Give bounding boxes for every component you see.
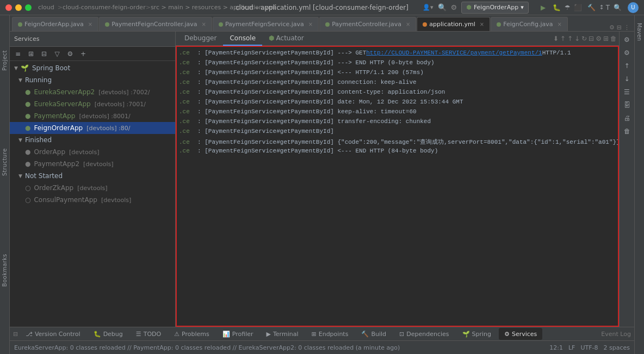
- rstrip-print-btn[interactable]: 🖨: [621, 112, 633, 124]
- run-button[interactable]: ▶: [537, 2, 549, 14]
- log-link-1[interactable]: http://CLOUD-PAYMENT-SERVICE/payment/get…: [366, 50, 542, 56]
- console-scroll-up-btn[interactable]: ↑: [567, 35, 573, 42]
- module-label[interactable]: cloud-consumer-feign-order: [63, 4, 146, 11]
- tree-orderzk[interactable]: ○ OrderZkApp [devtools]: [10, 182, 175, 194]
- status-encoding[interactable]: UTF-8: [580, 344, 598, 351]
- btm-tab-build[interactable]: 🔨 Build: [356, 328, 392, 340]
- tab-feignorderapp[interactable]: FeignOrderApp.java ×: [12, 17, 98, 31]
- log-tag-1: .ce: [179, 50, 194, 56]
- console-settings-btn[interactable]: ⚙: [596, 35, 602, 42]
- btm-tab-debug[interactable]: 🐛 Debug: [88, 328, 128, 340]
- bookmarks-strip-label[interactable]: Bookmarks: [2, 252, 8, 289]
- structure-strip-label[interactable]: Structure: [2, 146, 8, 178]
- coverage-button[interactable]: ☂: [565, 4, 571, 11]
- btm-services-label: Services: [512, 331, 537, 338]
- filter-btn[interactable]: ▽: [51, 48, 63, 59]
- rstrip-gear-btn[interactable]: ⚙: [621, 47, 633, 59]
- btm-tab-dependencies[interactable]: ⊡ Dependencies: [394, 328, 455, 340]
- console-scroll-down-btn[interactable]: ↓: [574, 35, 580, 42]
- close-button[interactable]: [5, 4, 12, 11]
- tab-close-2[interactable]: ×: [202, 21, 206, 27]
- status-lf[interactable]: LF: [568, 344, 575, 351]
- editor-more-icon[interactable]: ⋮: [624, 24, 630, 31]
- tab-debugger[interactable]: Debugger: [178, 32, 223, 46]
- editor-layout-icon[interactable]: ⊟: [617, 24, 622, 31]
- log-text-10: : [PaymentFeignService#getPaymentById] {…: [197, 138, 619, 146]
- bottom-tabs-more[interactable]: ⊟: [13, 331, 18, 338]
- console-trash-btn[interactable]: 🗑: [610, 35, 617, 42]
- rstrip-list-btn[interactable]: ☰: [621, 86, 633, 98]
- tab-close-1[interactable]: ×: [88, 21, 92, 27]
- settings-btn[interactable]: ⚙: [64, 48, 76, 59]
- tree-notstarted[interactable]: ▼ Not Started: [10, 170, 175, 182]
- rstrip-settings-btn[interactable]: ⚙: [621, 34, 633, 46]
- btm-tab-endpoints[interactable]: ⊞ Endpoints: [306, 328, 354, 340]
- debug-button[interactable]: 🐛: [551, 2, 563, 14]
- console-layout-btn[interactable]: ⊞: [603, 35, 609, 42]
- tab-close-4[interactable]: ×: [406, 21, 410, 27]
- tree-eurekaserver2[interactable]: ● EurekaServerApp2 [devtools] :7002/: [10, 86, 175, 98]
- tree-spring-boot[interactable]: ▼ 🌱 Spring Boot: [10, 62, 175, 74]
- tab-actuator[interactable]: ⬢ Actuator: [262, 32, 311, 46]
- tree-feignorderapp[interactable]: ● FeignOrderApp [devtools] :80/: [10, 122, 175, 134]
- gear-icon[interactable]: ⚙: [451, 3, 457, 11]
- console-clear-btn[interactable]: ⬇: [553, 35, 559, 42]
- search-icon[interactable]: 🔍: [438, 3, 447, 11]
- log-text-9: : [PaymentFeignService#getPaymentById]: [197, 128, 334, 135]
- tab-console[interactable]: Console: [223, 32, 262, 46]
- btm-tab-problems[interactable]: ⚠ Problems: [169, 328, 215, 340]
- tree-orderapp[interactable]: ● OrderApp [devtools]: [10, 146, 175, 158]
- avatar[interactable]: U: [628, 2, 639, 13]
- maven-strip-label[interactable]: Maven: [636, 21, 642, 43]
- tab-close-3[interactable]: ×: [308, 21, 313, 27]
- rstrip-trash-btn[interactable]: 🗑: [621, 125, 633, 137]
- tab-paymentfeignservice[interactable]: PaymentFeignService.java ×: [213, 17, 319, 31]
- project-strip-label[interactable]: Project: [2, 48, 8, 73]
- tree-finished[interactable]: ▼ Finished: [10, 134, 175, 146]
- btm-build-label: Build: [371, 331, 386, 338]
- tree-paymentapp[interactable]: ● PaymentApp [devtools] :8001/: [10, 110, 175, 122]
- build-button[interactable]: 🔨: [585, 2, 597, 14]
- collapse-all-btn[interactable]: ≡: [12, 48, 24, 59]
- tab-feignconfig[interactable]: FeignConfig.java ×: [491, 17, 568, 31]
- tab-paymentfeigncontroller[interactable]: PaymentFeignController.java ×: [99, 17, 212, 31]
- rstrip-up-btn[interactable]: ↑: [621, 60, 633, 72]
- tab-applicationyml[interactable]: application.yml ×: [417, 17, 490, 31]
- group-btn[interactable]: ⊟: [38, 48, 50, 59]
- btm-tab-versioncontrol[interactable]: ⎇ Version Control: [20, 328, 85, 340]
- rstrip-down-btn[interactable]: ↓: [621, 73, 633, 85]
- git-update-button[interactable]: ↕: [599, 4, 604, 11]
- stop-button[interactable]: ⬛: [572, 2, 584, 14]
- project-label[interactable]: cloud: [38, 4, 54, 11]
- event-log-btn[interactable]: Event Log: [601, 331, 631, 338]
- console-filter-btn[interactable]: ↻: [581, 35, 587, 42]
- btm-tab-todo[interactable]: ☰ TODO: [131, 328, 166, 340]
- user-icon[interactable]: 👤▾: [423, 4, 434, 11]
- find-button[interactable]: 🔍: [611, 2, 623, 14]
- tab-close-5[interactable]: ×: [480, 21, 484, 27]
- rstrip-db-btn[interactable]: 🗄: [621, 99, 633, 111]
- translate-button[interactable]: T: [606, 4, 610, 11]
- tree-consulpayment[interactable]: ○ ConsulPaymentApp [devtools]: [10, 194, 175, 206]
- add-btn[interactable]: +: [77, 48, 89, 59]
- tree-paymentapp2[interactable]: ● PaymentApp2 [devtools]: [10, 158, 175, 170]
- btm-tab-services[interactable]: ⚙ Services: [499, 328, 542, 340]
- btm-tab-terminal[interactable]: ▶ Terminal: [261, 328, 304, 340]
- console-pin-btn[interactable]: ↑: [560, 35, 566, 42]
- tab-paymentcontroller[interactable]: PaymentController.java ×: [319, 17, 416, 31]
- tree-running[interactable]: ▼ Running: [10, 74, 175, 86]
- console-wrap-btn[interactable]: ⊟: [589, 35, 594, 42]
- maximize-button[interactable]: [25, 4, 32, 11]
- expand-all-btn[interactable]: ⊞: [25, 48, 37, 59]
- btm-tab-profiler[interactable]: 📊 Profiler: [217, 328, 259, 340]
- tree-eurekaserver[interactable]: ● EurekaServerApp [devtools] :7001/: [10, 98, 175, 110]
- tab-dot-4: [325, 22, 330, 27]
- tab-close-6[interactable]: ×: [558, 21, 562, 27]
- console-area: Debugger Console ⬢ Actuator ⬇ ↑ ↑: [176, 32, 619, 327]
- btm-tab-spring[interactable]: 🌱 Spring: [457, 328, 497, 340]
- status-position[interactable]: 12:1: [549, 344, 563, 351]
- editor-settings-icon[interactable]: ⚙: [609, 24, 615, 31]
- run-config-dropdown[interactable]: ⬢ FeignOrderApp ▾: [461, 2, 528, 14]
- minimize-button[interactable]: [15, 4, 22, 11]
- status-indent[interactable]: 2 spaces: [604, 344, 630, 351]
